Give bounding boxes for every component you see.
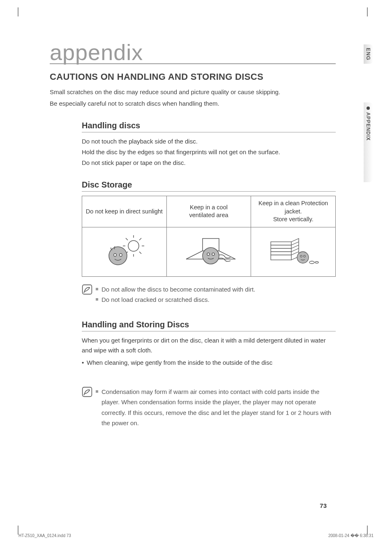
side-tabs: ENG APPENDIX	[364, 44, 376, 184]
body-line: Do not stick paper or tape on the disc.	[82, 158, 336, 168]
svg-point-11	[120, 254, 122, 257]
table-image-row	[82, 227, 336, 276]
svg-rect-17	[271, 242, 291, 260]
sub-heading: Disc Storage	[82, 180, 336, 192]
intro-line-2: Be especially careful not to scratch dis…	[50, 99, 336, 109]
table-header-cell: Keep in a cool ventilated area	[166, 196, 251, 227]
svg-line-6	[139, 238, 141, 240]
svg-point-26	[297, 252, 309, 263]
note-item: Condensation may form if warm air comes …	[96, 387, 336, 429]
table-cell	[82, 227, 167, 276]
intro-line-1: Small scratches on the disc may reduce s…	[50, 87, 336, 97]
note-item: Do not load cracked or scratched discs.	[96, 294, 336, 305]
svg-point-15	[207, 253, 210, 255]
svg-point-10	[114, 254, 116, 257]
body-line: Hold the disc by the edges so that finge…	[82, 147, 336, 157]
footer-filename: HT-Z510_XAA_0124.indd 73	[18, 533, 71, 538]
tab-section-label: APPENDIX	[365, 112, 371, 141]
note-list: Do not allow the discs to become contami…	[94, 284, 336, 305]
subsection-handling-storing: Handling and Storing Discs When you get …	[82, 320, 336, 368]
svg-line-22	[291, 242, 299, 245]
tab-section: APPENDIX	[364, 102, 373, 182]
body-line: Do not touch the playback side of the di…	[82, 137, 336, 146]
svg-point-0	[128, 241, 139, 251]
bullet-icon	[367, 107, 370, 110]
svg-line-24	[291, 248, 299, 252]
table-cell	[251, 227, 336, 276]
svg-point-14	[203, 248, 219, 264]
svg-point-30	[315, 262, 318, 263]
svg-line-8	[139, 252, 141, 254]
sub-body: Do not touch the playback side of the di…	[82, 137, 336, 168]
sunlight-illustration-icon	[101, 234, 147, 267]
bullet-item: When cleaning, wipe gently from the insi…	[82, 358, 336, 368]
sub-heading: Handling discs	[82, 121, 336, 132]
crop-mark	[367, 7, 368, 16]
footer-timestamp: 2008-01-24 �� 6:38:31	[328, 533, 374, 538]
note-block: Do not allow the discs to become contami…	[82, 284, 336, 305]
content-area: appendix CAUTIONS ON HANDLING AND STORIN…	[18, 16, 368, 429]
storage-table: Do not keep in direct sunlight Keep in a…	[82, 196, 336, 277]
note-item: Do not allow the discs to become contami…	[96, 284, 336, 295]
page-frame: ENG APPENDIX appendix CAUTIONS ON HANDLI…	[18, 16, 368, 526]
jacket-illustration-icon	[267, 234, 320, 267]
note-list: Condensation may form if warm air comes …	[94, 387, 336, 429]
svg-point-28	[304, 255, 305, 257]
subsection-disc-storage: Disc Storage Do not keep in direct sunli…	[82, 180, 336, 277]
svg-line-23	[291, 245, 299, 248]
svg-point-29	[309, 261, 314, 264]
footer: HT-Z510_XAA_0124.indd 73 2008-01-24 �� 6…	[18, 533, 374, 538]
section-heading: CAUTIONS ON HANDLING AND STORING DISCS	[50, 72, 336, 82]
table-cell	[166, 227, 251, 276]
page-title: appendix	[50, 41, 336, 64]
table-header-cell: Keep in a clean Protection jacket. Store…	[251, 196, 336, 227]
note-block: Condensation may form if warm air comes …	[82, 387, 336, 429]
ventilated-illustration-icon	[182, 234, 235, 267]
tab-language: ENG	[364, 44, 373, 64]
note-icon	[82, 284, 94, 305]
page-number: 73	[320, 502, 327, 509]
svg-line-5	[126, 238, 128, 240]
sub-body: When you get fingerprints or dirt on the…	[82, 336, 336, 368]
svg-point-16	[212, 253, 214, 255]
subsection-handling-discs: Handling discs Do not touch the playback…	[82, 121, 336, 168]
sub-heading: Handling and Storing Discs	[82, 320, 336, 331]
body-line: When you get fingerprints or dirt on the…	[82, 336, 336, 355]
note-icon	[82, 387, 94, 429]
table-header-row: Do not keep in direct sunlight Keep in a…	[82, 196, 336, 227]
crop-mark	[18, 7, 18, 16]
svg-point-27	[300, 255, 302, 257]
table-header-cell: Do not keep in direct sunlight	[82, 196, 167, 227]
